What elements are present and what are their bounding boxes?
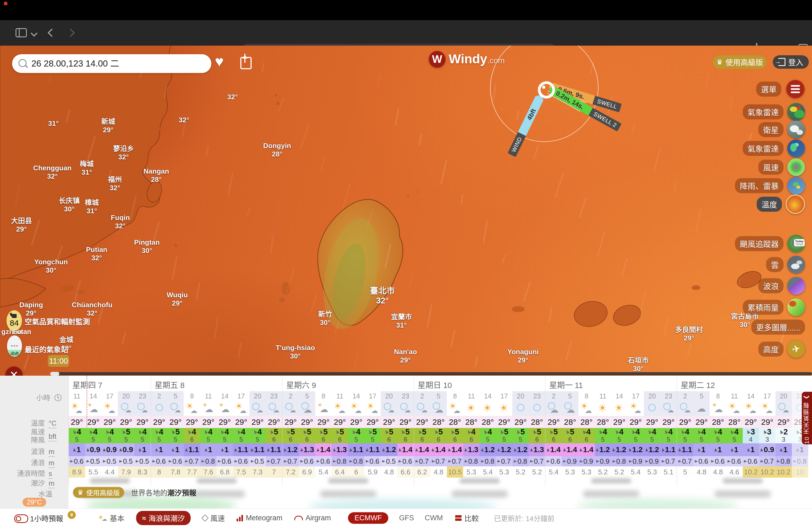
model-ECMWF[interactable]: ECMWF <box>348 512 388 524</box>
hour-cell[interactable]: 5 <box>431 391 447 401</box>
menu-button[interactable]: 選單 <box>756 80 804 98</box>
hour-cell[interactable]: 2 <box>151 391 167 401</box>
temp-cell: 28° <box>463 416 480 428</box>
hour-cell[interactable]: 11 <box>463 391 480 401</box>
hour-cell[interactable]: 14 <box>480 391 496 401</box>
hour-cell[interactable]: 20 <box>644 391 660 401</box>
hour-cell[interactable]: 14 <box>216 391 233 401</box>
sidebar-item-radar2[interactable]: 氣象雷達 <box>743 139 805 158</box>
hour-cell[interactable]: 2 <box>677 391 693 401</box>
hour-cell[interactable]: 20 <box>775 391 792 401</box>
hour-cell[interactable]: 11 <box>69 391 85 401</box>
hour-cell[interactable]: 11 <box>200 391 216 401</box>
sidebar-item-hurricane[interactable]: 颶風追蹤器Today70mph <box>735 234 805 253</box>
hour-cell[interactable]: 17 <box>759 391 775 401</box>
hour-cell[interactable]: 11 <box>332 391 348 401</box>
hour-cell[interactable]: 5 <box>693 391 710 401</box>
period-unit[interactable]: s <box>48 470 69 478</box>
hour-cell[interactable]: 17 <box>102 391 118 401</box>
hour-cell[interactable]: 20 <box>512 391 529 401</box>
hour-cell[interactable]: 23 <box>134 391 151 401</box>
premium-button[interactable]: ♛ 使用高級版 <box>713 55 767 69</box>
hour-cell[interactable]: 8 <box>447 391 463 401</box>
tab-海浪與潮汐[interactable]: ≈海浪與潮汐 <box>136 511 191 525</box>
tab-Airgram[interactable]: Airgram <box>294 514 331 522</box>
sidebar-item-altitude[interactable]: 高度✈ <box>758 340 805 359</box>
weather-station-badge[interactable]: --- 4bft <box>7 335 22 357</box>
swell-period-cell: 5.3 <box>644 466 660 478</box>
forecast-day[interactable]: 星期六 92☁29°561.20.77.25☁29°561.30.66.98☀☁… <box>282 376 414 486</box>
weather-map[interactable]: 31°新城29°32°32°Dongyin28°蓼沿乡32°梅城31°Cheng… <box>0 46 812 376</box>
hour-cell[interactable]: 14 <box>348 391 364 401</box>
ten-day-forecast-tab[interactable]: ❯ 10 天天氣預報 <box>802 392 812 445</box>
hour-cell[interactable]: 23 <box>529 391 545 401</box>
timeline-track[interactable] <box>55 372 812 375</box>
login-button[interactable]: 登入 <box>773 55 809 69</box>
hour-cell[interactable]: 17 <box>627 391 644 401</box>
hour-cell[interactable]: 20 <box>381 391 397 401</box>
hour-cell[interactable]: 8 <box>315 391 332 401</box>
swell-unit[interactable]: m <box>48 459 69 467</box>
tide-unit[interactable]: m <box>48 479 69 487</box>
favorite-icon[interactable]: ♥ <box>215 52 224 70</box>
model-GFS[interactable]: GFS <box>399 514 414 522</box>
hourly-toggle[interactable] <box>14 514 28 523</box>
sidebar-item-temp[interactable]: 溫度 <box>757 195 805 214</box>
hour-cell[interactable]: 5 <box>562 391 578 401</box>
hour-cell[interactable]: 17 <box>496 391 512 401</box>
hour-cell[interactable]: 2 <box>282 391 299 401</box>
hour-cell[interactable]: 5 <box>167 391 184 401</box>
sidebar-item-rainacc[interactable]: 累積雨量 <box>743 298 805 317</box>
map-marker[interactable] <box>538 81 555 99</box>
hour-cell[interactable]: 14 <box>743 391 759 401</box>
search-input[interactable]: 26 28.00,123 14.00 二 <box>31 54 119 73</box>
sidebar-item-waves[interactable]: 波浪 <box>758 276 805 295</box>
sidebar-item-rain[interactable]: 降雨、雷暴 <box>735 176 805 195</box>
hour-cell[interactable]: 8 <box>578 391 595 401</box>
sidebar-item-label: 衛星 <box>758 122 784 137</box>
sidebar-item-more-layers[interactable]: 更多圖層...... <box>751 318 805 336</box>
hour-cell[interactable]: 23 <box>660 391 677 401</box>
export-icon[interactable] <box>240 57 251 69</box>
chevron-down-icon[interactable] <box>31 30 37 36</box>
hour-cell[interactable]: 8 <box>184 391 200 401</box>
hour-cell[interactable]: 17 <box>233 391 249 401</box>
hour-cell[interactable]: 17 <box>364 391 381 401</box>
tab-Meteogram[interactable]: Meteogram <box>236 514 282 522</box>
back-icon[interactable] <box>47 28 56 37</box>
premium-tide-button[interactable]: ♛ 使用高級版 <box>73 487 124 498</box>
timeline-handle[interactable] <box>50 372 59 376</box>
hour-cell[interactable]: 23 <box>266 391 282 401</box>
hourly-toggle-label[interactable]: 1小時預報 <box>30 513 63 524</box>
hour-cell[interactable]: 14 <box>611 391 627 401</box>
hour-cell[interactable]: 2 <box>545 391 562 401</box>
hour-cell[interactable]: 23 <box>397 391 414 401</box>
hour-cell[interactable]: 2 <box>414 391 431 401</box>
hour-cell[interactable]: 11 <box>595 391 611 401</box>
forecast-day[interactable]: 星期二 122☁29°451.10.755☁29°4510.64.88☀☁28°… <box>677 376 808 486</box>
model-CWM[interactable]: CWM <box>425 514 443 522</box>
hour-cell[interactable]: 20 <box>249 391 266 401</box>
time-bubble[interactable]: 11:00 <box>48 355 69 367</box>
hour-cell[interactable]: 20 <box>118 391 134 401</box>
compare-button[interactable]: 比較 <box>455 513 479 523</box>
forecast-day[interactable]: 星期五 8229°4510.685☁29°5510.67.88☀☁29°461.… <box>151 376 282 486</box>
sidebar-toggle-icon[interactable] <box>16 28 27 37</box>
sidebar-item-wind[interactable]: 風速 <box>758 158 805 177</box>
waves-unit[interactable]: m <box>48 448 69 456</box>
forecast-day[interactable]: 星期四 711☀☁29°4510.68.914☀☁29°450.90.55.51… <box>69 376 151 486</box>
sidebar-item-clouds[interactable]: 雲 <box>766 255 805 274</box>
sidebar-item-radar[interactable]: 氣象雷達 <box>743 103 805 121</box>
hour-cell[interactable]: 8 <box>710 391 726 401</box>
wind-unit[interactable]: bft <box>48 433 69 441</box>
hour-cell[interactable]: 14 <box>85 391 102 401</box>
hour-cell[interactable]: 11 <box>726 391 742 401</box>
forecast-day[interactable]: 星期一 112☁29°561.40.65.45☁28°561.40.95.38☀… <box>545 376 677 486</box>
search-box[interactable]: 26 28.00,123 14.00 二 <box>12 54 211 73</box>
temp-unit[interactable]: °C <box>48 419 69 427</box>
tab-風速[interactable]: 風速 <box>202 513 225 523</box>
forecast-day[interactable]: 星期日 102☁29°561.40.76.25☁28°561.40.74.88☀… <box>414 376 545 486</box>
tab-基本[interactable]: ☀☁基本 <box>98 513 124 523</box>
sidebar-item-satellite[interactable]: 衛星 <box>758 120 805 139</box>
hour-cell[interactable]: 5 <box>299 391 315 401</box>
